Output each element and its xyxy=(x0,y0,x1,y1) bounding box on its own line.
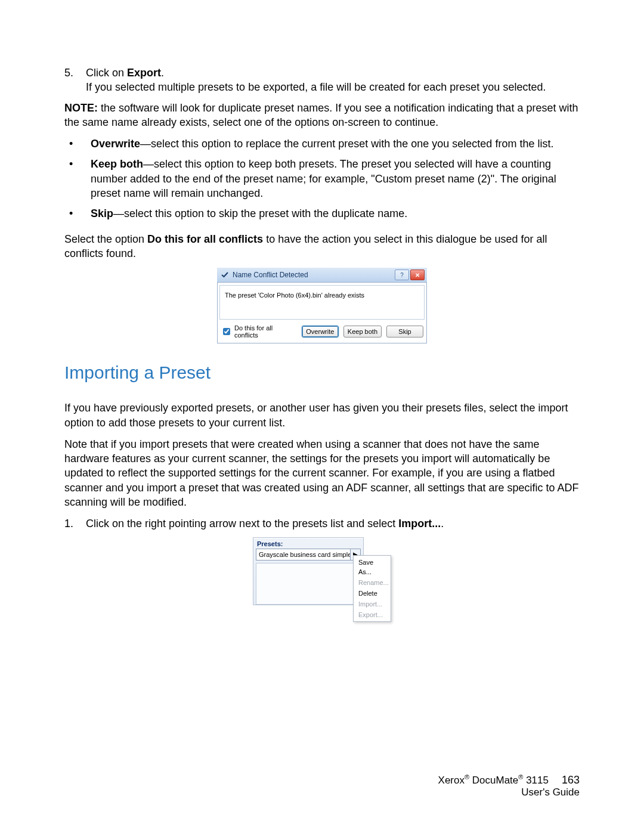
bullet-keepboth-label: Keep both xyxy=(91,158,143,170)
footer-brand-b: DocuMate xyxy=(469,775,518,786)
step-5-text-prefix: Click on xyxy=(86,67,127,79)
importing-preset-heading: Importing a Preset xyxy=(64,363,580,383)
step-5-number: 5. xyxy=(64,66,86,95)
bullet-overwrite: • Overwrite—select this option to replac… xyxy=(64,137,580,151)
note-text: the software will look for duplicate pre… xyxy=(64,102,578,128)
bullet-overwrite-dash: — xyxy=(140,138,151,150)
import-para-1: If you have previously exported presets,… xyxy=(64,401,580,430)
help-button[interactable]: ? xyxy=(395,270,409,280)
conflict-dialog-panel: The preset 'Color Photo (6x4).bin' alrea… xyxy=(219,285,425,320)
keep-both-button[interactable]: Keep both xyxy=(343,326,382,337)
import-step-1-suffix: . xyxy=(441,518,444,529)
bullet-keepboth: • Keep both—select this option to keep b… xyxy=(64,157,580,200)
do-this-bold: Do this for all conflicts xyxy=(147,233,263,245)
presets-combobox[interactable]: Grayscale business card simplex 200d ▼ xyxy=(256,549,351,561)
footer-subtitle: User's Guide xyxy=(438,786,580,798)
presets-panel: Presets: Grayscale business card simplex… xyxy=(253,537,364,605)
bullet-skip-dash: — xyxy=(113,208,124,219)
import-step-1-prefix: Click on the right pointing arrow next t… xyxy=(86,518,398,529)
page-footer: Xerox® DocuMate® 3115163 User's Guide xyxy=(438,773,580,798)
bullet-skip-text: select this option to skip the preset wi… xyxy=(124,208,407,219)
do-this-paragraph: Select the option Do this for all confli… xyxy=(64,232,580,261)
conflict-dialog: Name Conflict Detected ? ✕ The preset 'C… xyxy=(217,268,427,343)
menu-item-import[interactable]: Import... xyxy=(354,599,391,609)
note-label: NOTE: xyxy=(64,102,98,114)
note-paragraph: NOTE: the software will look for duplica… xyxy=(64,101,580,130)
presets-label: Presets: xyxy=(257,540,361,547)
bullet-overwrite-text: select this option to replace the curren… xyxy=(151,138,553,150)
close-button[interactable]: ✕ xyxy=(410,270,425,280)
menu-item-save-as[interactable]: Save As... xyxy=(354,557,391,577)
conflict-dialog-title: Name Conflict Detected xyxy=(233,271,395,279)
options-bullets: • Overwrite—select this option to replac… xyxy=(64,137,580,221)
bullet-keepboth-text: select this option to keep both presets.… xyxy=(91,158,556,199)
registered-icon: ® xyxy=(465,773,469,781)
do-this-all-checkbox[interactable]: Do this for all conflicts xyxy=(221,324,297,339)
presets-selected-value: Grayscale business card simplex 200d xyxy=(259,551,351,558)
do-this-prefix: Select the option xyxy=(64,233,147,245)
step-5-text-bold: Export xyxy=(127,67,161,79)
presets-preview-area xyxy=(256,563,361,605)
menu-item-delete[interactable]: Delete xyxy=(354,588,391,599)
page-number: 163 xyxy=(562,774,580,786)
bullet-dot-icon: • xyxy=(64,137,91,151)
bullet-skip: • Skip—select this option to skip the pr… xyxy=(64,206,580,221)
footer-model: 3115 xyxy=(523,775,549,786)
step-5-line2: If you selected multiple presets to be e… xyxy=(86,80,580,94)
skip-button[interactable]: Skip xyxy=(386,326,423,337)
menu-item-rename[interactable]: Rename... xyxy=(354,577,391,588)
bullet-keepboth-dash: — xyxy=(143,158,154,170)
footer-brand-a: Xerox xyxy=(438,775,465,786)
bullet-skip-label: Skip xyxy=(91,208,113,219)
bullet-dot-icon: • xyxy=(64,157,91,200)
do-this-all-checkbox-input[interactable] xyxy=(223,328,230,335)
overwrite-button[interactable]: Overwrite xyxy=(302,326,339,337)
step-5: 5. Click on Export. If you selected mult… xyxy=(64,66,580,95)
bullet-overwrite-label: Overwrite xyxy=(91,138,140,150)
presets-context-menu: Save As... Rename... Delete Import... Ex… xyxy=(353,555,391,622)
import-step-1: 1. Click on the right pointing arrow nex… xyxy=(64,516,580,531)
import-step-1-number: 1. xyxy=(64,516,86,531)
menu-item-export[interactable]: Export... xyxy=(354,609,391,620)
bullet-dot-icon: • xyxy=(64,206,91,221)
conflict-dialog-message: The preset 'Color Photo (6x4).bin' alrea… xyxy=(225,292,419,299)
do-this-all-checkbox-label: Do this for all conflicts xyxy=(234,324,297,339)
import-para-2: Note that if you import presets that wer… xyxy=(64,437,580,509)
import-step-1-bold: Import... xyxy=(398,518,441,529)
checkmark-icon xyxy=(221,271,229,279)
step-5-text-suffix: . xyxy=(161,67,164,79)
conflict-dialog-titlebar: Name Conflict Detected ? ✕ xyxy=(217,268,427,283)
